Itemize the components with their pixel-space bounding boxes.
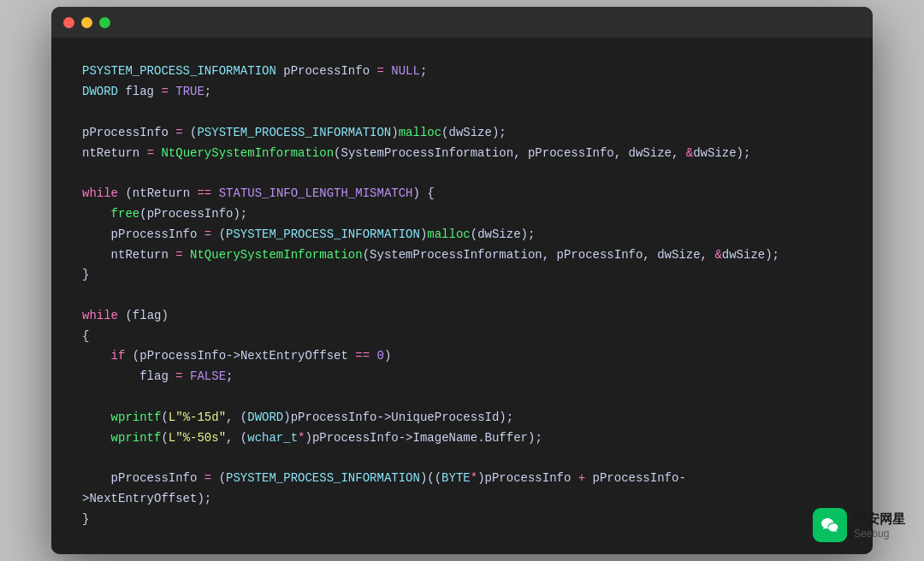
code-line-23: } <box>82 510 842 530</box>
maximize-button[interactable] <box>99 17 110 28</box>
window-titlebar <box>51 7 873 38</box>
code-line-8: free(pProcessInfo); <box>82 204 842 225</box>
code-line-1: PSYSTEM_PROCESS_INFORMATION pProcessInfo… <box>82 62 842 82</box>
code-window: PSYSTEM_PROCESS_INFORMATION pProcessInfo… <box>51 7 873 553</box>
code-block: PSYSTEM_PROCESS_INFORMATION pProcessInfo… <box>51 38 873 553</box>
code-line-2: DWORD flag = TRUE; <box>82 82 842 103</box>
code-line-21: pProcessInfo = (PSYSTEM_PROCESS_INFORMAT… <box>82 469 842 489</box>
code-line-17 <box>82 387 842 408</box>
code-line-4: pProcessInfo = (PSYSTEM_PROCESS_INFORMAT… <box>82 123 842 144</box>
watermark-text: 中安网星 Seebug <box>854 511 905 540</box>
watermark: 中安网星 Seebug <box>813 508 905 542</box>
code-line-15: if (pProcessInfo->NextEntryOffset == 0) <box>82 346 842 367</box>
watermark-site: 中安网星 <box>854 511 905 528</box>
code-line-10: ntReturn = NtQuerySystemInformation(Syst… <box>82 245 842 266</box>
code-line-7: while (ntReturn == STATUS_INFO_LENGTH_MI… <box>82 184 842 204</box>
code-line-6 <box>82 163 842 184</box>
code-line-12 <box>82 286 842 306</box>
page-background: PSYSTEM_PROCESS_INFORMATION pProcessInfo… <box>0 0 924 561</box>
close-button[interactable] <box>63 17 74 28</box>
watermark-brand: Seebug <box>854 528 905 540</box>
code-line-11: } <box>82 265 842 286</box>
code-line-16: flag = FALSE; <box>82 367 842 387</box>
code-line-9: pProcessInfo = (PSYSTEM_PROCESS_INFORMAT… <box>82 225 842 245</box>
wechat-icon <box>813 508 847 542</box>
code-line-19: wprintf(L"%-50s", (wchar_t*)pProcessInfo… <box>82 428 842 449</box>
code-line-22: >NextEntryOffset); <box>82 489 842 510</box>
minimize-button[interactable] <box>81 17 92 28</box>
code-line-18: wprintf(L"%-15d", (DWORD)pProcessInfo->U… <box>82 408 842 428</box>
code-line-3 <box>82 103 842 123</box>
code-line-13: while (flag) <box>82 306 842 327</box>
code-line-14: { <box>82 327 842 347</box>
code-line-5: ntReturn = NtQuerySystemInformation(Syst… <box>82 144 842 164</box>
code-line-20 <box>82 448 842 469</box>
